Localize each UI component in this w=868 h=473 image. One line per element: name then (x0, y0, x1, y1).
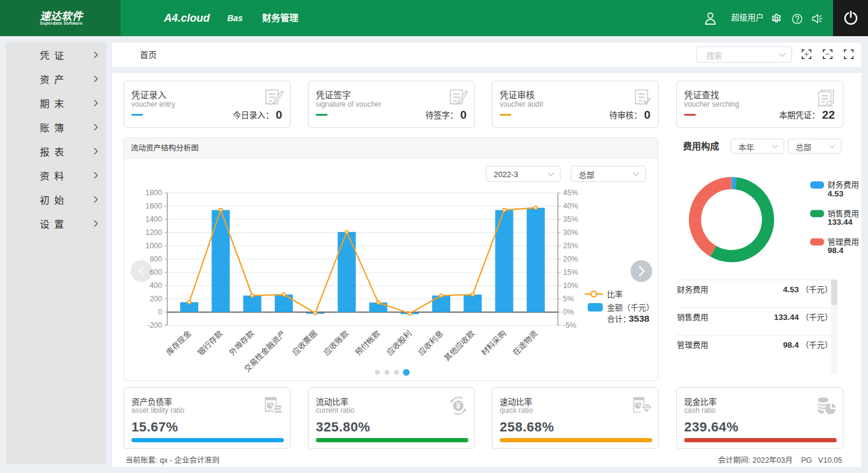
svg-text:40%: 40% (563, 202, 578, 210)
svg-text:200: 200 (149, 295, 162, 303)
svg-text:应收利息: 应收利息 (417, 329, 445, 357)
svg-text:45%: 45% (563, 189, 578, 197)
svg-text:管理费用: 管理费用 (828, 237, 859, 246)
svg-text:600: 600 (149, 268, 162, 277)
svg-text:预付帐款: 预付帐款 (353, 329, 382, 357)
svg-text:0: 0 (158, 308, 162, 316)
svg-text:4.53: 4.53 (828, 189, 844, 198)
svg-text:1400: 1400 (145, 215, 162, 224)
svg-text:133.44: 133.44 (828, 218, 853, 227)
svg-text:其他应收款: 其他应收款 (442, 329, 477, 363)
svg-text:应收票据: 应收票据 (291, 329, 319, 357)
svg-text:400: 400 (149, 281, 162, 290)
svg-text:财务费用: 财务费用 (828, 180, 859, 189)
svg-text:10%: 10% (563, 281, 578, 290)
svg-text:1000: 1000 (145, 242, 162, 250)
svg-text:98.4: 98.4 (828, 246, 844, 255)
svg-text:销售费用: 销售费用 (828, 209, 859, 218)
svg-text:25%: 25% (563, 242, 578, 250)
svg-text:-5%: -5% (563, 321, 576, 330)
svg-text:金额（千元）: 金额（千元） (607, 303, 654, 312)
svg-text:库存现金: 库存现金 (165, 329, 193, 357)
svg-text:1800: 1800 (145, 189, 162, 197)
svg-text:3538: 3538 (629, 313, 650, 324)
svg-text:比率: 比率 (607, 290, 623, 299)
svg-text:外埠存款: 外埠存款 (227, 329, 256, 357)
svg-text:35%: 35% (563, 215, 578, 224)
svg-text:1600: 1600 (145, 202, 162, 210)
svg-text:0%: 0% (563, 308, 574, 316)
svg-text:30%: 30% (563, 228, 578, 237)
svg-text:应收账款: 应收账款 (322, 329, 350, 357)
svg-text:-200: -200 (147, 321, 162, 330)
svg-text:合计：: 合计： (607, 315, 631, 324)
svg-text:银行存款: 银行存款 (196, 329, 224, 357)
svg-text:材料采购: 材料采购 (479, 329, 508, 357)
svg-text:20%: 20% (563, 255, 578, 263)
svg-text:15%: 15% (563, 268, 578, 277)
svg-text:800: 800 (149, 255, 162, 263)
svg-text:5%: 5% (563, 295, 574, 303)
svg-text:1200: 1200 (145, 228, 162, 237)
svg-text:应收股利: 应收股利 (385, 329, 414, 357)
svg-text:在途物资: 在途物资 (511, 329, 539, 357)
